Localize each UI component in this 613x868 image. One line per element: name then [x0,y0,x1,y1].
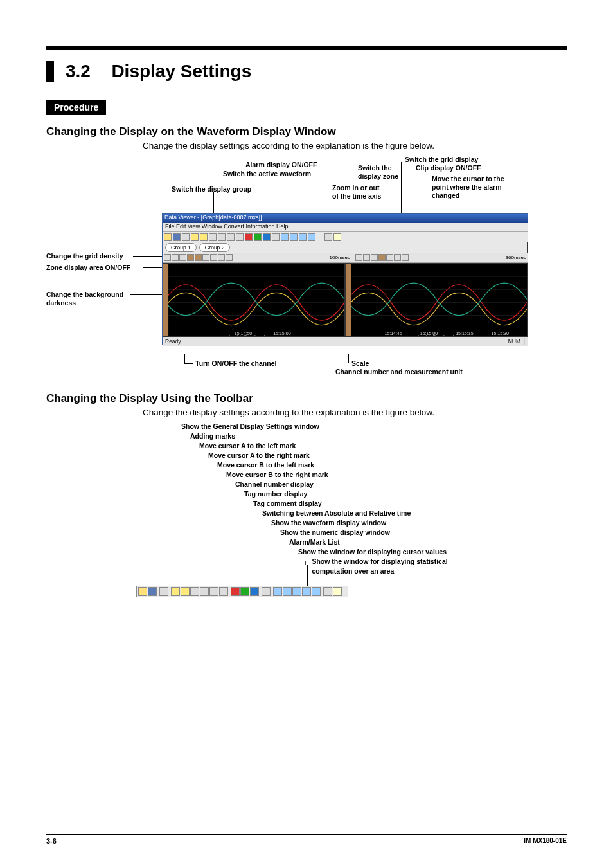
zone-switch-icon[interactable] [355,254,362,261]
graph-pane-right[interactable]: 15:14:45 15:15:00 15:15:15 15:15:30 Abso… [345,263,528,337]
svg-rect-14 [346,264,351,337]
graph-pane-left[interactable]: 15:14:50 15:15:00 Absolute Time [h:m:s] [163,263,345,337]
tb-tag-number-icon[interactable] [240,587,249,596]
procedure-chip: Procedure [46,100,106,115]
tb-alarm-list-icon[interactable] [299,233,306,241]
display-control-strip[interactable]: 100msec 360msec [163,253,528,263]
tb-stats-window-icon[interactable] [312,587,321,596]
app-menubar[interactable]: File Edit View Window Convert Informatio… [163,223,528,232]
tb-ch-number-icon[interactable] [245,233,253,241]
status-ready: Ready [165,338,181,345]
callout-zoom2: of the time axis [332,192,381,201]
subheading-waveform-window: Changing the Display on the Waveform Dis… [46,125,567,138]
tb-cursor-a-left-icon[interactable] [209,233,217,241]
callout-alarm-onoff: Alarm display ON/OFF [245,161,317,169]
tb-time-mode-icon[interactable] [272,233,280,241]
callout-move-cursor-alarm3: changed [432,192,459,200]
tb-tag-comment-icon[interactable] [263,233,271,241]
tb-cursor-b-right-icon[interactable] [219,587,228,596]
tb-copy-icon[interactable] [159,587,168,596]
tb-wave-window-icon[interactable] [273,587,282,596]
clip-icon[interactable] [394,254,401,261]
status-num: NUM [504,338,525,345]
tree-l14a: Show the window for displaying statistic… [312,557,447,565]
tb-print-icon[interactable] [323,587,332,596]
tb-add-mark-icon[interactable] [200,233,208,241]
tree-l13: Show the window for displaying cursor va… [298,548,447,556]
tb-general-settings-icon[interactable] [171,587,180,596]
tb-cursor-values-icon[interactable] [308,233,315,241]
zoom-out-icon[interactable] [371,254,378,261]
alarm-display-icon[interactable] [210,254,217,261]
callout-display-zone: display zone [358,172,398,181]
tb-print-icon[interactable] [324,233,332,241]
tb-save-icon[interactable] [148,587,157,596]
app-titlebar: Data Viewer - [Graph[data-0007.mxs]] [163,214,528,223]
figure-1: Alarm display ON/OFF Switch the active w… [46,156,567,381]
grid-switch-icon[interactable] [386,254,393,261]
tree-l12: Alarm/Mark List [289,538,340,546]
active-wave-icon[interactable] [378,254,386,261]
tb-add-mark-icon[interactable] [181,587,190,596]
zoom-out-icon[interactable] [179,254,186,261]
time-scale-left: 100msec [330,255,350,260]
tb-open-icon[interactable] [164,233,172,241]
toolbar-strip [136,586,348,597]
tb-copy-icon[interactable] [182,233,190,241]
app-toolbar[interactable] [163,232,528,242]
tb-numeric-window-icon[interactable] [283,587,292,596]
tb-tag-comment-icon[interactable] [250,587,259,596]
tb-cursor-a-left-icon[interactable] [190,587,199,596]
tab-group1[interactable]: Group 1 [165,243,197,252]
toolbar-callout-tree: Show the General Display Settings window… [181,422,567,596]
tree-l10: Show the waveform display window [271,519,386,527]
tb-cursor-b-left-icon[interactable] [227,233,235,241]
move-cursor-alarm-icon[interactable] [402,254,409,261]
callout-switch-grid: Switch the grid display [405,156,478,164]
svg-text:15:14:45: 15:14:45 [384,331,402,336]
zoom-in-icon[interactable] [172,254,179,261]
explain-1: Change the display settings according to… [143,141,567,150]
tb-ch-number-icon[interactable] [231,587,240,596]
svg-rect-5 [163,264,168,337]
clip-icon[interactable] [218,254,225,261]
section-number: 3.2 [46,61,91,82]
tb-help-icon[interactable] [333,233,341,241]
callout-switch-display-group: Switch the display group [172,185,251,194]
top-rule [46,46,567,50]
tb-numeric-window-icon[interactable] [290,233,298,241]
callout-switch-active-wave: Switch the active waveform [223,170,311,178]
tb-alarm-list-icon[interactable] [292,587,301,596]
tab-group2[interactable]: Group 2 [199,243,231,252]
bg-darkness-icon[interactable] [164,254,171,261]
tb-cursor-values-icon[interactable] [302,587,311,596]
tb-cursor-b-left-icon[interactable] [209,587,218,596]
tree-l3: Move cursor A to the right mark [208,451,310,459]
active-wave-icon[interactable] [187,254,194,261]
zone-area-icon[interactable] [195,254,202,261]
tb-save-icon[interactable] [173,233,181,241]
scale-icon[interactable] [226,254,233,261]
tb-open-icon[interactable] [138,587,147,596]
tb-time-mode-icon[interactable] [262,587,271,596]
callout-zoom1: Zoom in or out [332,184,380,192]
tb-cursor-a-right-icon[interactable] [218,233,226,241]
zoom-in-icon[interactable] [363,254,370,261]
tb-wave-window-icon[interactable] [281,233,289,241]
callout-turn-onoff-channel: Turn ON/OFF the channel [195,359,276,367]
tree-l14b: computation over an area [312,567,394,575]
tree-l5: Move cursor B to the right mark [226,471,328,478]
tree-l1: Adding marks [190,432,235,440]
grid-density-icon[interactable] [202,254,209,261]
svg-rect-9 [346,264,527,337]
callout-switch-the: Switch the [358,164,392,172]
callout-move-cursor-alarm1: Move the cursor to the [432,175,504,183]
callout-move-cursor-alarm2: point where the alarm [432,183,502,192]
tb-help-icon[interactable] [333,587,342,596]
tb-cursor-a-right-icon[interactable] [200,587,209,596]
tree-l7: Tag number display [244,490,307,498]
tb-general-settings-icon[interactable] [191,233,199,241]
tb-tag-number-icon[interactable] [254,233,262,241]
tb-cursor-b-right-icon[interactable] [236,233,244,241]
svg-text:Absolute Time [h:m:s]: Absolute Time [h:m:s] [228,334,265,337]
